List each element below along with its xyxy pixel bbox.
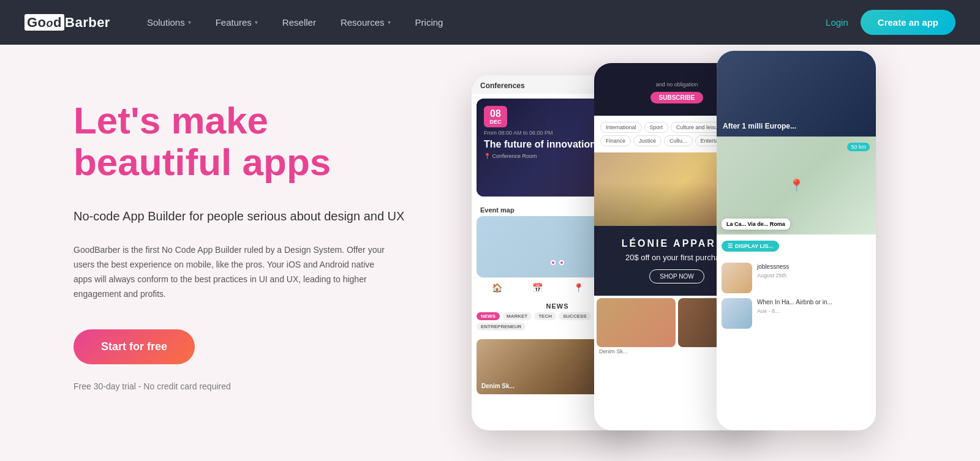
map-dot [559, 260, 564, 265]
calendar-icon[interactable]: 📅 [532, 283, 543, 293]
event-title: The future of innovation [484, 138, 631, 150]
logo-barber-text: Barber [65, 15, 110, 30]
map-section: 📍 La Ca... Via de... Roma 50 km [717, 137, 876, 234]
article-header: After 1 milli Europe... [717, 51, 876, 137]
bridge-label: Denim Sk... [481, 383, 514, 389]
news-item-2-title: When In Ha... Airbnb or in... [757, 298, 832, 307]
nav-right: Login Create an app [826, 10, 956, 35]
trial-note: Free 30-day trial - No credit card requi… [74, 381, 404, 391]
event-date-num: 08 [488, 108, 503, 119]
km-badge: 50 km [847, 143, 870, 151]
phone-right-screen: After 1 milli Europe... 📍 La Ca... Via d… [717, 51, 876, 430]
event-location: 📍 Conference Room [484, 153, 631, 159]
hero-images: Conferences See all 08 DEC From 08:00 AM… [472, 45, 980, 461]
tag-sport[interactable]: Sport [644, 122, 669, 133]
news-tab-market[interactable]: MARKET [502, 312, 532, 320]
news-tab-success[interactable]: SUCCESS [559, 312, 591, 320]
conf-label: Conferences [480, 81, 525, 90]
nav-reseller[interactable]: Reseller [282, 17, 316, 28]
map-dots [551, 260, 564, 265]
location-pin-icon: 📍 [484, 153, 491, 159]
display-list-button[interactable]: ☰ DISPLAY LIS... [722, 241, 779, 252]
map-dot [551, 260, 556, 265]
phone-container: Conferences See all 08 DEC From 08:00 AM… [472, 45, 980, 461]
hero-content: Let's make beautiful apps No-code App Bu… [0, 45, 441, 428]
news-item-1-content: joblessness August 25th [757, 263, 789, 279]
navbar: GoodBarber Solutions ▾ Features ▾ Resell… [0, 0, 980, 45]
phone-right: After 1 milli Europe... 📍 La Ca... Via d… [717, 51, 876, 430]
nav-features[interactable]: Features ▾ [216, 17, 258, 28]
map-location-label: La Ca... Via de... Roma [722, 219, 790, 230]
hero-title-line1: Let's make [74, 100, 404, 141]
hero-title: Let's make beautiful apps [74, 100, 404, 183]
start-free-button[interactable]: Start for free [74, 329, 195, 364]
news-list: joblessness August 25th When In Ha... Ai… [717, 258, 876, 339]
logo-good-text: Good [24, 14, 64, 31]
home-icon[interactable]: 🏠 [492, 283, 502, 293]
denim-label-1: Denim Sk... [597, 347, 676, 356]
news-item-1-title: joblessness [757, 263, 789, 271]
logo[interactable]: GoodBarber [24, 15, 110, 31]
list-icon: ☰ [728, 243, 733, 249]
news-thumb-2 [722, 298, 752, 329]
event-time: From 08:00 AM to 06:00 PM [484, 130, 631, 136]
chevron-down-icon: ▾ [255, 19, 258, 26]
tag-justice[interactable]: Justice [633, 135, 662, 146]
news-thumb-1 [722, 263, 752, 293]
display-list-container: ☰ DISPLAY LIS... [717, 238, 876, 254]
nav-solutions[interactable]: Solutions ▾ [147, 17, 191, 28]
map-icon[interactable]: 📍 [573, 283, 584, 293]
event-date-month: DEC [488, 119, 503, 126]
chevron-down-icon: ▾ [188, 19, 191, 26]
news-item-2: When In Ha... Airbnb or in... Aue - 8... [722, 298, 871, 329]
event-date-badge: 08 DEC [484, 106, 507, 127]
hero-title-line2: beautiful apps [74, 141, 404, 183]
news-tab-entrepreneur[interactable]: ENTREPRENEUR [477, 323, 526, 331]
login-link[interactable]: Login [826, 17, 848, 28]
subscribe-button[interactable]: SUBSCRIBE [650, 92, 704, 103]
nav-resources[interactable]: Resources ▾ [341, 17, 391, 28]
nav-pricing[interactable]: Pricing [415, 17, 443, 28]
hero-description: GoodBarber is the first No Code App Buil… [74, 243, 392, 301]
denim-item-1: Denim Sk... [597, 298, 676, 356]
hero-subtitle: No-code App Builder for people serious a… [74, 208, 404, 225]
map-pin-icon: 📍 [789, 178, 804, 193]
nav-links: Solutions ▾ Features ▾ Reseller Resource… [147, 17, 826, 28]
news-item-2-content: When In Ha... Airbnb or in... Aue - 8... [757, 298, 832, 314]
news-item-1: joblessness August 25th [722, 263, 871, 293]
denim-image-1 [597, 298, 676, 347]
million-text: After 1 milli Europe... [723, 122, 796, 130]
news-tab-active[interactable]: NEWS [477, 312, 500, 320]
news-item-2-date: Aue - 8... [757, 308, 832, 314]
news-tab-tech[interactable]: TECH [534, 312, 556, 320]
hero-section: Let's make beautiful apps No-code App Bu… [0, 45, 980, 461]
tag-cultu[interactable]: Cultu... [664, 135, 693, 146]
news-item-1-date: August 25th [757, 272, 789, 279]
create-app-button[interactable]: Create an app [861, 10, 956, 35]
chevron-down-icon: ▾ [388, 19, 391, 26]
shop-now-button[interactable]: SHOP NOW [649, 269, 704, 283]
